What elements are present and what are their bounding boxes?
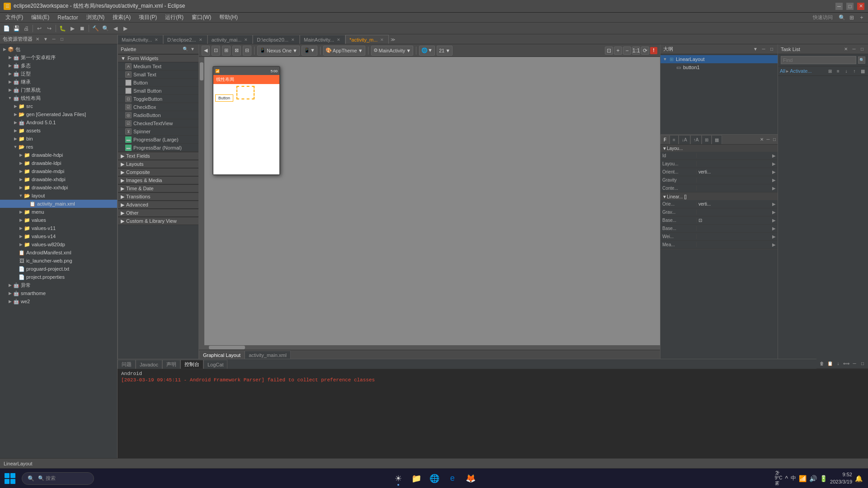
tree-bin[interactable]: ▶ 📁 bin bbox=[0, 135, 117, 143]
tab-close-icon[interactable]: ✕ bbox=[154, 37, 159, 42]
prop-row-mea[interactable]: Mea... ▶ bbox=[660, 241, 778, 249]
theme-selector[interactable]: 🎨 AppTheme ▼ bbox=[323, 46, 365, 56]
palette-section-composite[interactable]: ▶ Composite bbox=[118, 168, 198, 176]
prop-row-layout[interactable]: Layou... ▶ bbox=[660, 160, 778, 168]
outline-max-btn[interactable]: □ bbox=[769, 46, 775, 52]
output-scroll-btn[interactable]: ↓ bbox=[835, 360, 842, 367]
tree-gen[interactable]: ▶ 📂 gen [Generated Java Files] bbox=[0, 110, 117, 118]
speaker-icon[interactable]: 🔊 bbox=[809, 475, 817, 482]
prop-row-id[interactable]: Id ▶ bbox=[660, 152, 778, 160]
tab-mainactivity2[interactable]: MainActivity... ✕ bbox=[300, 35, 345, 44]
prop-row-conte[interactable]: Conte... ▶ bbox=[660, 184, 778, 192]
new-btn[interactable]: 📄 bbox=[2, 24, 11, 33]
tab-activity-mai[interactable]: activity_mai... ✕ bbox=[208, 35, 253, 44]
palette-item-small-text[interactable]: A Small Text bbox=[118, 70, 198, 79]
tree-res[interactable]: ▼ 📂 res bbox=[0, 143, 117, 151]
prop-row-gravity[interactable]: Gravity ▶ bbox=[660, 176, 778, 184]
output-tab-problem[interactable]: 问题 bbox=[118, 360, 136, 369]
close-button[interactable]: ✕ bbox=[857, 3, 864, 10]
nav-back-btn[interactable]: ◀ bbox=[202, 46, 210, 56]
prop-row-orie[interactable]: Orie... verti... ▶ bbox=[660, 200, 778, 208]
vertical-scrollbar[interactable] bbox=[199, 57, 204, 350]
palette-item-small-button[interactable]: ▭ Small Button bbox=[118, 87, 198, 95]
prop-edit-btn[interactable]: ▶ bbox=[770, 160, 778, 168]
prop-edit-btn[interactable]: ▶ bbox=[770, 209, 778, 216]
build-btn[interactable]: 🔨 bbox=[91, 24, 100, 33]
menu-edit[interactable]: 编辑(E) bbox=[28, 13, 53, 22]
zoom-out-btn[interactable]: − bbox=[623, 47, 631, 55]
prev-btn[interactable]: ◀ bbox=[111, 24, 120, 33]
tab-overflow[interactable]: ≫ bbox=[389, 35, 397, 44]
palette-item-progressbar-large[interactable]: ▬ ProgressBar (Large) bbox=[118, 136, 198, 144]
tree-project4[interactable]: ▶ 🤖 继承 bbox=[0, 78, 117, 86]
tree-drawable-xhdpi[interactable]: ▶ 📁 drawable-xhdpi bbox=[0, 175, 117, 183]
tree-project5[interactable]: ▶ 🤖 门禁系统 bbox=[0, 86, 117, 94]
tree-android501[interactable]: ▶ 🤖 Android 5.0.1 bbox=[0, 118, 117, 127]
properties-tab-sort-desc[interactable]: ↑A bbox=[690, 135, 702, 144]
prop-row-wei[interactable]: Wei... ▶ bbox=[660, 233, 778, 241]
open-perspective-btn[interactable]: + bbox=[857, 13, 866, 22]
tree-androidmanifest[interactable]: 📋 AndroidManifest.xml bbox=[0, 249, 117, 257]
tab-mainactivity1[interactable]: MainActivity... ✕ bbox=[118, 35, 163, 44]
palette-section-other[interactable]: ▶ Other bbox=[118, 209, 198, 217]
palette-search-btn[interactable]: 🔍 bbox=[182, 46, 189, 52]
language-btn[interactable]: 🌐▼ bbox=[419, 46, 435, 56]
package-explorer-close[interactable]: ✕ bbox=[34, 36, 41, 42]
output-copy-btn[interactable]: 📋 bbox=[826, 360, 834, 367]
package-explorer-minimize[interactable]: ─ bbox=[51, 36, 57, 42]
tree-project2[interactable]: ▶ 🤖 多态 bbox=[0, 61, 117, 70]
taskbar-search[interactable]: 🔍 🔍 搜索 bbox=[22, 472, 94, 485]
search-btn[interactable]: 🔍 bbox=[101, 24, 110, 33]
tree-values-v11[interactable]: ▶ 📁 values-v11 bbox=[0, 224, 117, 232]
task-toolbar-btn3[interactable]: ↓ bbox=[843, 67, 850, 75]
prop-edit-btn[interactable]: ▶ bbox=[770, 241, 778, 249]
outline-item-linearlayout[interactable]: ▼ ⊞ LinearLayout bbox=[660, 55, 778, 63]
palette-section-images-media[interactable]: ▶ Images & Media bbox=[118, 176, 198, 184]
taskbar-app-browser[interactable]: 🌐 bbox=[426, 470, 443, 487]
tab-close-icon[interactable]: ✕ bbox=[379, 37, 385, 42]
tree-values-w820dp[interactable]: ▶ 📁 values-w820dp bbox=[0, 240, 117, 249]
menu-help[interactable]: 帮助(H) bbox=[216, 13, 241, 22]
orientation-btn[interactable]: 📱▼ bbox=[302, 46, 317, 56]
menu-project[interactable]: 项目(P) bbox=[135, 13, 160, 22]
task-list-close[interactable]: ✕ bbox=[843, 46, 849, 52]
tab-declipse20[interactable]: D:\eclipse20... ✕ bbox=[253, 35, 300, 44]
tab-activity-main-xml[interactable]: activity_main.xml bbox=[245, 351, 291, 359]
prop-row-grav[interactable]: Grav... ▶ bbox=[660, 208, 778, 216]
print-btn[interactable]: 🖨 bbox=[22, 24, 31, 33]
tree-project1[interactable]: ▶ 🤖 第一个安卓程序 bbox=[0, 53, 117, 61]
title-controls[interactable]: ─ □ ✕ bbox=[835, 3, 864, 10]
prop-edit-btn[interactable]: ▶ bbox=[770, 152, 778, 160]
output-tab-console[interactable]: 控制台 bbox=[180, 360, 203, 369]
output-tab-declaration[interactable]: 声明 bbox=[162, 360, 180, 369]
palette-item-progressbar-normal[interactable]: ▬ ProgressBar (Normal) bbox=[118, 144, 198, 152]
output-wordwrap-btn[interactable]: ⟺ bbox=[843, 360, 850, 367]
canvas-area[interactable]: 📶 5:00 线性布局 Button bbox=[199, 57, 660, 350]
palette-section-form-widgets[interactable]: ▼ Form Widgets bbox=[118, 54, 198, 62]
menu-run[interactable]: 运行(R) bbox=[161, 13, 187, 22]
outline-item-button1[interactable]: ▭ button1 bbox=[660, 63, 778, 71]
undo-btn[interactable]: ↩ bbox=[35, 24, 44, 33]
palette-item-medium-text[interactable]: A Medium Text bbox=[118, 62, 198, 70]
device-selector[interactable]: 📱 Nexus One ▼ bbox=[257, 46, 300, 56]
prop-section-linear-header[interactable]: ▼ Linear... [] bbox=[660, 193, 778, 200]
redo-btn[interactable]: ↪ bbox=[45, 24, 54, 33]
output-clear-btn[interactable]: 🗑 bbox=[818, 360, 826, 367]
run-btn[interactable]: ▶ bbox=[68, 24, 77, 33]
taskbar-app-firefox[interactable]: 🦊 bbox=[462, 470, 479, 487]
tab-close-icon[interactable]: ✕ bbox=[243, 37, 249, 42]
tree-activity-main-xml[interactable]: 📋 activity_main.xml bbox=[0, 200, 117, 208]
prop-edit-btn[interactable]: ▶ bbox=[770, 233, 778, 240]
prop-edit-btn[interactable]: ▶ bbox=[770, 217, 778, 224]
tree-drawable-hdpi[interactable]: ▶ 📁 drawable-hdpi bbox=[0, 151, 117, 159]
nav-view-toggle2[interactable]: ⊞ bbox=[222, 46, 231, 56]
notification-btn[interactable]: 🔔 bbox=[855, 475, 863, 482]
properties-tab-sort-asc[interactable]: ↓A bbox=[679, 135, 690, 144]
palette-section-text-fields[interactable]: ▶ Text Fields bbox=[118, 152, 198, 160]
properties-max-btn[interactable]: □ bbox=[771, 136, 778, 143]
prop-edit-btn[interactable]: ▶ bbox=[770, 201, 778, 208]
task-find-input[interactable] bbox=[781, 56, 856, 64]
tree-assets[interactable]: ▶ 📁 assets bbox=[0, 127, 117, 135]
tree-values-v14[interactable]: ▶ 📁 values-v14 bbox=[0, 232, 117, 240]
tree-src[interactable]: ▶ 📁 src bbox=[0, 102, 117, 110]
